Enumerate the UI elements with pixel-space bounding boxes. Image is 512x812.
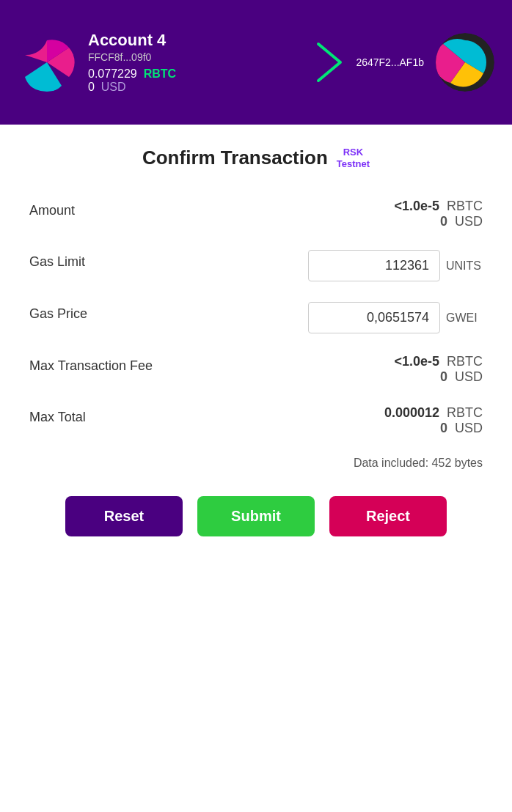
- gas-limit-input-row: UNITS: [308, 250, 483, 281]
- data-info: Data included: 452 bytes: [29, 457, 483, 470]
- amount-value: <1.0e-5 RBTC 0 USD: [394, 199, 483, 229]
- page-title: Confirm Transaction: [142, 147, 328, 169]
- to-address: 2647F2...AF1b: [356, 56, 424, 68]
- amount-label: Amount: [29, 199, 75, 218]
- avatar-right: [436, 33, 494, 92]
- account-address: FFCF8f...09f0: [88, 51, 303, 63]
- balance-usd: 0 USD: [88, 81, 303, 94]
- max-total-row: Max Total 0.000012 RBTC 0 USD: [29, 405, 483, 436]
- usd-label: USD: [101, 81, 126, 93]
- max-total-secondary: 0 USD: [384, 421, 483, 436]
- button-row: Reset Submit Reject: [29, 496, 483, 536]
- amount-primary: <1.0e-5 RBTC: [394, 199, 483, 214]
- gas-limit-input[interactable]: [308, 250, 440, 281]
- max-total-label: Max Total: [29, 405, 86, 425]
- gas-price-input[interactable]: [308, 302, 440, 333]
- chevron-icon: [315, 40, 344, 84]
- reject-button[interactable]: Reject: [329, 496, 447, 536]
- balance-amount: 0.077229: [88, 67, 137, 80]
- gas-price-row: Gas Price GWEI: [29, 302, 483, 333]
- avatar-left: [18, 33, 76, 92]
- gas-limit-label: Gas Limit: [29, 250, 85, 270]
- submit-button[interactable]: Submit: [197, 496, 315, 536]
- network-line2: Testnet: [337, 158, 370, 170]
- max-fee-value: <1.0e-5 RBTC 0 USD: [394, 354, 483, 385]
- gas-price-label: Gas Price: [29, 302, 87, 322]
- amount-row: Amount <1.0e-5 RBTC 0 USD: [29, 199, 483, 229]
- usd-amount: 0: [88, 81, 95, 93]
- max-total-primary: 0.000012 RBTC: [384, 405, 483, 421]
- header: Account 4 FFCF8f...09f0 0.077229 RBTC 0 …: [0, 0, 512, 125]
- max-total-value: 0.000012 RBTC 0 USD: [384, 405, 483, 436]
- rbtc-label: RBTC: [144, 67, 176, 80]
- gas-price-input-row: GWEI: [308, 302, 483, 333]
- network-line1: RSK: [343, 147, 363, 158]
- reset-button[interactable]: Reset: [65, 496, 183, 536]
- gas-limit-unit: UNITS: [446, 259, 483, 273]
- main-content: Confirm Transaction RSK Testnet Amount <…: [0, 125, 512, 558]
- account-name: Account 4: [88, 31, 303, 50]
- max-fee-primary: <1.0e-5 RBTC: [394, 354, 483, 369]
- max-fee-row: Max Transaction Fee <1.0e-5 RBTC 0 USD: [29, 354, 483, 385]
- account-info: Account 4 FFCF8f...09f0 0.077229 RBTC 0 …: [88, 31, 303, 94]
- amount-secondary: 0 USD: [394, 214, 483, 229]
- gas-limit-row: Gas Limit UNITS: [29, 250, 483, 281]
- balance-rbtc: 0.077229 RBTC: [88, 67, 303, 81]
- max-fee-secondary: 0 USD: [394, 369, 483, 385]
- confirm-title-row: Confirm Transaction RSK Testnet: [29, 147, 483, 169]
- gas-price-unit: GWEI: [446, 311, 483, 325]
- max-fee-label: Max Transaction Fee: [29, 354, 153, 374]
- network-badge: RSK Testnet: [337, 147, 370, 169]
